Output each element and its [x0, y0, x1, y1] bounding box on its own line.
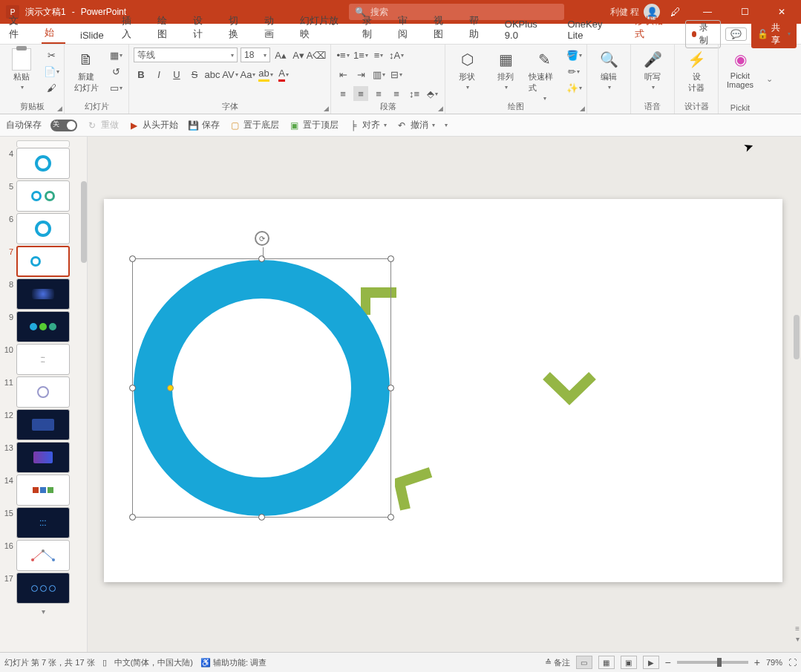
align-left-button[interactable]: ≡	[336, 86, 350, 101]
slide-thumb[interactable]: 6	[1, 212, 84, 245]
sorter-view-button[interactable]: ▦	[598, 656, 615, 669]
next-slide-button[interactable]: ≡	[795, 624, 800, 633]
shrink-font-button[interactable]: A▾	[291, 48, 306, 62]
text-direction-button[interactable]: ↕A▾	[389, 48, 404, 62]
comments-button[interactable]: 💬	[725, 27, 747, 41]
align-button[interactable]: ╞对齐▾	[347, 119, 387, 131]
font-color-button[interactable]: A▾	[276, 67, 291, 82]
share-button[interactable]: 🔓共享▾	[751, 20, 797, 48]
copy-button[interactable]: 📄▾	[43, 64, 59, 79]
scroll-down-button[interactable]: ▾	[796, 635, 800, 643]
record-button[interactable]: 录制	[685, 20, 722, 48]
tab-drawing[interactable]: 绘图	[154, 11, 178, 44]
resize-handle[interactable]	[388, 255, 394, 262]
editing-button[interactable]: 🔍编辑▾	[592, 48, 626, 92]
align-right-button[interactable]: ≡	[371, 86, 386, 101]
customize-quick-bar-button[interactable]: ▾	[445, 122, 448, 128]
paste-button[interactable]: 粘贴 ▾	[4, 48, 39, 92]
font-size-select[interactable]: 18▾	[241, 48, 270, 62]
resize-handle[interactable]	[129, 255, 136, 262]
thumb-scrollbar[interactable]	[81, 181, 87, 263]
highlight-button[interactable]: ab▾	[258, 67, 273, 82]
zoom-in-button[interactable]: +	[754, 656, 760, 668]
dialog-launcher-icon[interactable]: ◢	[438, 105, 443, 112]
resize-handle[interactable]	[129, 514, 136, 521]
slide-thumb[interactable]: 16	[1, 539, 84, 572]
from-beginning-button[interactable]: ▶从头开始	[128, 119, 178, 131]
reset-button[interactable]: ↺	[108, 64, 124, 79]
bring-to-front-button[interactable]: ▣置于顶层	[288, 119, 339, 131]
new-slide-button[interactable]: 🗎 新建 幻灯片	[69, 48, 103, 95]
zoom-out-button[interactable]: −	[665, 656, 671, 668]
tab-insert[interactable]: 插入	[119, 11, 143, 44]
shape-fill-button[interactable]: 🪣▾	[566, 48, 582, 62]
increase-indent-button[interactable]: ⇥	[353, 67, 368, 82]
tab-help[interactable]: 帮助	[466, 11, 490, 44]
designer-button[interactable]: ⚡设 计器	[679, 48, 713, 95]
change-case-button[interactable]: Aa▾	[241, 67, 255, 82]
redo-button[interactable]: ↻重做	[86, 119, 119, 131]
slide-thumb[interactable]: 12	[1, 408, 84, 441]
tab-slideshow[interactable]: 幻灯片放映	[297, 11, 347, 44]
thumb-scroll-down-button[interactable]: ▾	[0, 606, 87, 617]
tab-islide[interactable]: iSlide	[77, 27, 107, 44]
slide-thumb[interactable]: 10 ▪▪▪▪▪▪	[1, 343, 84, 376]
slide-thumb[interactable]: 7	[1, 245, 84, 278]
tab-home[interactable]: 开始	[42, 10, 65, 44]
layout-button[interactable]: ▦▾	[108, 48, 124, 62]
justify-button[interactable]: ≡	[389, 86, 404, 101]
shadow-button[interactable]: abc	[205, 67, 220, 82]
tab-onekey[interactable]: OneKey Lite	[565, 16, 620, 44]
format-painter-button[interactable]: 🖌	[43, 80, 59, 95]
autosave-toggle[interactable]: 关	[50, 120, 77, 131]
slideshow-view-button[interactable]: ▶	[643, 656, 659, 669]
shape-outline-button[interactable]: ✏▾	[566, 64, 582, 79]
resize-handle[interactable]	[129, 385, 136, 391]
smartart-button[interactable]: ⬘▾	[425, 86, 439, 101]
dialog-launcher-icon[interactable]: ◢	[57, 105, 62, 112]
numbering-button[interactable]: 1≡▾	[353, 48, 368, 62]
line-spacing-button[interactable]: ↕≡	[407, 86, 422, 101]
undo-button[interactable]: ↶撤消▾	[396, 119, 435, 131]
adjustment-handle[interactable]	[167, 385, 174, 391]
resize-handle[interactable]	[258, 255, 265, 262]
italic-button[interactable]: I	[151, 67, 166, 82]
tab-okplus[interactable]: OKPlus 9.0	[502, 16, 553, 44]
pickit-button[interactable]: ◉Pickit Images	[723, 48, 757, 91]
tab-record[interactable]: 录制	[359, 11, 383, 44]
slide-thumb[interactable]: 11	[1, 376, 84, 408]
slide-thumb[interactable]: 9	[1, 310, 84, 343]
fit-to-window-button[interactable]: ⛶	[788, 658, 797, 667]
resize-handle[interactable]	[388, 514, 394, 521]
align-text-button[interactable]: ⊟▾	[389, 67, 404, 82]
tab-animations[interactable]: 动画	[261, 11, 285, 44]
language-status[interactable]: 中文(简体，中国大陆)	[114, 657, 193, 668]
tab-shape-format[interactable]: 形状格式	[632, 11, 673, 44]
arrange-button[interactable]: ▦排列▾	[488, 48, 523, 92]
normal-view-button[interactable]: ▭	[576, 656, 592, 669]
slide-thumb[interactable]	[1, 140, 84, 147]
slide-thumb[interactable]: 17	[1, 572, 84, 604]
slide-thumb[interactable]: 14	[1, 474, 84, 506]
spell-check-icon[interactable]: ▯	[102, 658, 107, 668]
reading-view-button[interactable]: ▣	[621, 656, 637, 669]
list-level-button[interactable]: ≡▾	[371, 48, 386, 62]
resize-handle[interactable]	[258, 514, 265, 521]
tab-file[interactable]: 文件	[6, 11, 30, 44]
underline-button[interactable]: U	[169, 67, 184, 82]
columns-button[interactable]: ▥▾	[371, 67, 386, 82]
tab-design[interactable]: 设计	[190, 11, 214, 44]
grow-font-button[interactable]: A▴	[273, 48, 288, 62]
slide-thumb[interactable]: 13	[1, 441, 84, 474]
save-button[interactable]: 💾保存	[187, 119, 220, 131]
clear-format-button[interactable]: A⌫	[309, 48, 324, 62]
send-to-back-button[interactable]: ▢置于底层	[229, 119, 279, 131]
accessibility-status[interactable]: ♿ 辅助功能: 调查	[200, 657, 267, 668]
char-spacing-button[interactable]: AV▾	[223, 67, 238, 82]
font-name-select[interactable]: 等线▾	[134, 48, 238, 62]
strike-button[interactable]: S	[187, 67, 202, 82]
slide-counter[interactable]: 幻灯片 第 7 张，共 17 张	[4, 657, 95, 668]
zoom-slider[interactable]	[677, 661, 748, 664]
slide-canvas-area[interactable]: ⟳ ➤ ▾ ≡	[88, 137, 801, 652]
slide[interactable]: ⟳	[104, 199, 782, 582]
